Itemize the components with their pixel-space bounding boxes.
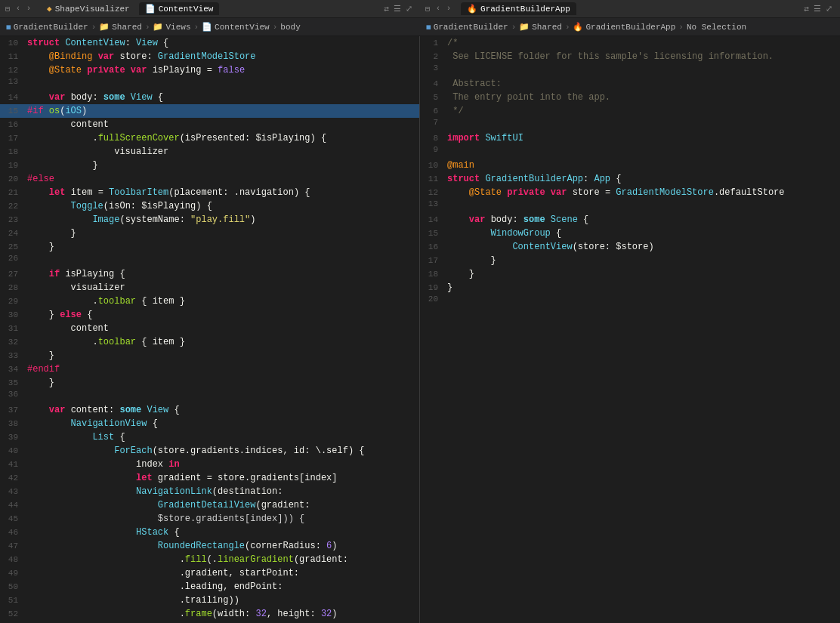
line-number: 5	[420, 93, 447, 102]
tab-bar-right: ⊟ ‹ › 🔥 GradientBuilderApp ⇄ ☰ ⤢	[420, 0, 840, 18]
bc-right-gradientbuilderapp[interactable]: GradientBuilderApp	[585, 23, 675, 32]
code-area-right[interactable]: 1/*2 See LICENSE folder for this sample'…	[420, 36, 840, 623]
left-nav-back[interactable]: ‹	[14, 4, 23, 14]
code-line: 9	[420, 145, 840, 159]
left-split-horizontal-icon[interactable]: ⇄	[384, 4, 389, 14]
line-content: .toolbar { item }	[27, 335, 413, 349]
code-line: 17 }	[420, 254, 840, 267]
bc-left-shared[interactable]: Shared	[112, 23, 142, 32]
code-line: 3	[420, 63, 840, 77]
line-number: 3	[420, 63, 447, 72]
code-line: 19 }	[0, 159, 419, 172]
tab-bar-left: ⊟ ‹ › ◆ ShapeVisualizer 📄 ContentView ⇄ …	[0, 0, 420, 18]
code-line: 14 var body: some Scene {	[420, 213, 840, 227]
code-line: 30 } else {	[0, 308, 419, 322]
bc-icon-left: ◼	[6, 22, 11, 32]
code-line: 13	[0, 77, 419, 91]
code-line: 21 let item = ToolbarItem(placement: .na…	[0, 186, 419, 199]
code-area-left[interactable]: 10struct ContentView: View {11 @Binding …	[0, 36, 419, 623]
line-number: 21	[0, 188, 27, 197]
breadcrumb-right: ◼ GradientBuilder › 📁 Shared › 🔥 Gradien…	[420, 18, 840, 36]
bc-icon-right: ◼	[426, 22, 431, 32]
line-number: 26	[0, 254, 27, 263]
code-line: 33 }	[0, 349, 419, 362]
bc-right-shared[interactable]: Shared	[532, 23, 562, 32]
line-content: NavigationView {	[27, 417, 413, 430]
line-number: 32	[0, 338, 27, 347]
line-number: 50	[0, 582, 27, 591]
line-content: }	[447, 267, 834, 281]
line-number: 2	[420, 52, 447, 61]
code-line: 10struct ContentView: View {	[0, 36, 419, 50]
tab-shapevisualizer[interactable]: ◆ ShapeVisualizer	[41, 2, 136, 15]
line-content: HStack {	[27, 526, 413, 539]
right-split-icon[interactable]: ⊟	[423, 4, 432, 14]
code-line: 1/*	[420, 36, 840, 50]
line-number: 6	[420, 106, 447, 116]
right-nav-back[interactable]: ‹	[434, 4, 443, 14]
line-number: 29	[0, 297, 27, 306]
line-content: The entry point into the app.	[447, 91, 834, 104]
line-content: .fullScreenCover(isPresented: $isPlaying…	[27, 131, 413, 145]
bc-right-gradientbuilder[interactable]: GradientBuilder	[434, 23, 508, 32]
line-content: let item = ToolbarItem(placement: .navig…	[27, 186, 413, 199]
line-content: #endif	[27, 362, 413, 376]
tab-bars: ⊟ ‹ › ◆ ShapeVisualizer 📄 ContentView ⇄ …	[0, 0, 840, 18]
tab-contentview[interactable]: 📄 ContentView	[139, 2, 220, 15]
bc-sep-5: ›	[511, 23, 517, 32]
left-split-vertical-icon[interactable]: ☰	[394, 4, 401, 14]
line-number: 17	[420, 256, 447, 265]
right-fullscreen-icon[interactable]: ⤢	[826, 4, 832, 14]
bc-fire-icon: 🔥	[573, 22, 583, 32]
left-nav-fwd[interactable]: ›	[24, 4, 33, 14]
line-number: 19	[0, 161, 27, 170]
bc-left-body[interactable]: body	[280, 23, 300, 32]
app-container: ⊟ ‹ › ◆ ShapeVisualizer 📄 ContentView ⇄ …	[0, 0, 840, 623]
code-line: 4 Abstract:	[420, 77, 840, 91]
code-line: 6 */	[420, 104, 840, 118]
line-content: */	[447, 104, 834, 118]
code-line: 43 NavigationLink(destination:	[0, 485, 419, 498]
right-split-vertical-icon[interactable]: ☰	[814, 4, 821, 14]
line-number: 43	[0, 487, 27, 496]
line-number: 51	[0, 596, 27, 605]
bc-left-gradientbuilder[interactable]: GradientBuilder	[14, 23, 88, 32]
code-line: 18 }	[420, 267, 840, 281]
line-content: NavigationLink(destination:	[27, 485, 413, 498]
line-content: .leading, endPoint:	[27, 580, 413, 594]
line-content: }	[27, 240, 413, 254]
line-number: 12	[420, 188, 447, 197]
line-number: 22	[0, 202, 27, 211]
tab-gradientbuilderapp[interactable]: 🔥 GradientBuilderApp	[461, 2, 576, 15]
left-window-controls: ⊟ ‹ ›	[3, 4, 33, 14]
line-content: .toolbar { item }	[27, 295, 413, 308]
bc-left-views[interactable]: Views	[165, 23, 190, 32]
line-number: 4	[420, 79, 447, 88]
line-content: ContentView(store: $store)	[447, 240, 834, 254]
line-content: import SwiftUI	[447, 131, 834, 145]
bc-left-contentview[interactable]: ContentView	[215, 23, 270, 32]
code-line: 52 .frame(width: 32, height: 32)	[0, 607, 419, 621]
line-number: 49	[0, 569, 27, 578]
line-number: 28	[0, 283, 27, 292]
line-content: }	[27, 159, 413, 172]
breadcrumb-left: ◼ GradientBuilder › 📁 Shared › 📁 Views ›…	[0, 18, 420, 36]
code-line: 19}	[420, 281, 840, 295]
left-editor-controls: ⇄ ☰ ⤢	[384, 4, 417, 14]
line-content: var body: some View {	[27, 91, 413, 104]
code-line: 29 .toolbar { item }	[0, 295, 419, 308]
code-line: 35 }	[0, 376, 419, 390]
line-number: 13	[0, 77, 27, 86]
left-split-icon[interactable]: ⊟	[3, 4, 12, 14]
line-content: if isPlaying {	[27, 267, 413, 281]
left-fullscreen-icon[interactable]: ⤢	[406, 4, 412, 14]
line-number: 41	[0, 460, 27, 469]
line-number: 7	[420, 118, 447, 127]
line-content: @State private var store = GradientModel…	[447, 186, 834, 199]
code-line: 31 content	[0, 322, 419, 335]
right-split-horizontal-icon[interactable]: ⇄	[804, 4, 809, 14]
right-nav-fwd[interactable]: ›	[444, 4, 453, 14]
line-content: @State private var isPlaying = false	[27, 63, 413, 77]
line-number: 23	[0, 215, 27, 224]
tab-contentview-label: ContentView	[159, 5, 214, 14]
